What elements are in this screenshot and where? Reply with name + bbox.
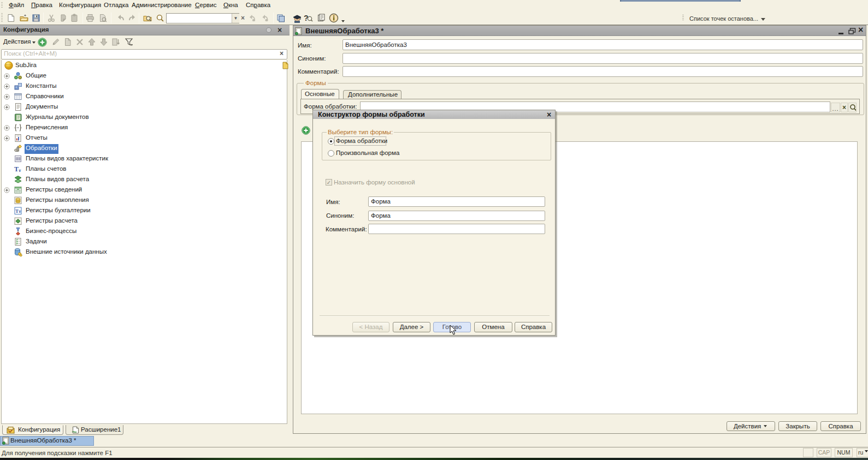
svg-text:т: т [19,168,21,173]
svg-text:Tт: Tт [15,208,21,214]
svg-text:T: T [14,165,19,173]
